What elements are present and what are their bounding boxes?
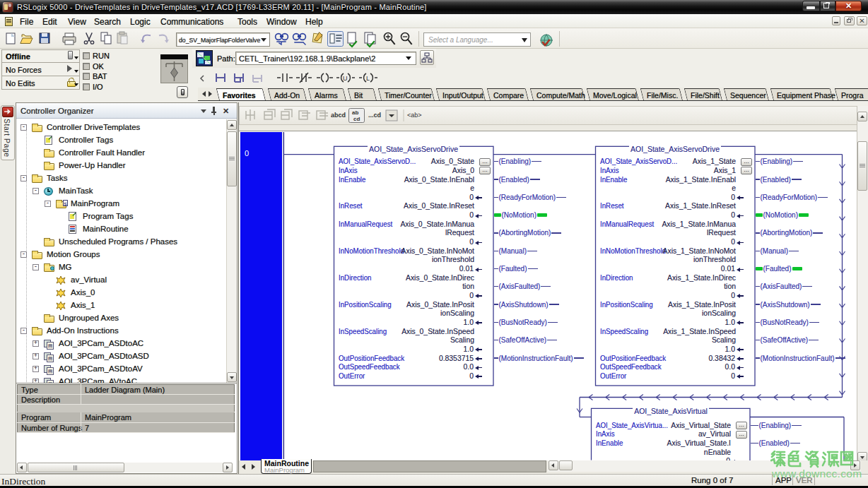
svg-text:ab: ab <box>352 109 358 116</box>
svg-text:...cd: ...cd <box>368 112 381 119</box>
svg-text:U: U <box>343 75 348 82</box>
svg-text:cd: cd <box>353 116 360 122</box>
svg-text:L: L <box>366 75 370 82</box>
svg-text:<ab>: <ab> <box>407 112 422 119</box>
svg-text:abcd: abcd <box>331 112 346 119</box>
